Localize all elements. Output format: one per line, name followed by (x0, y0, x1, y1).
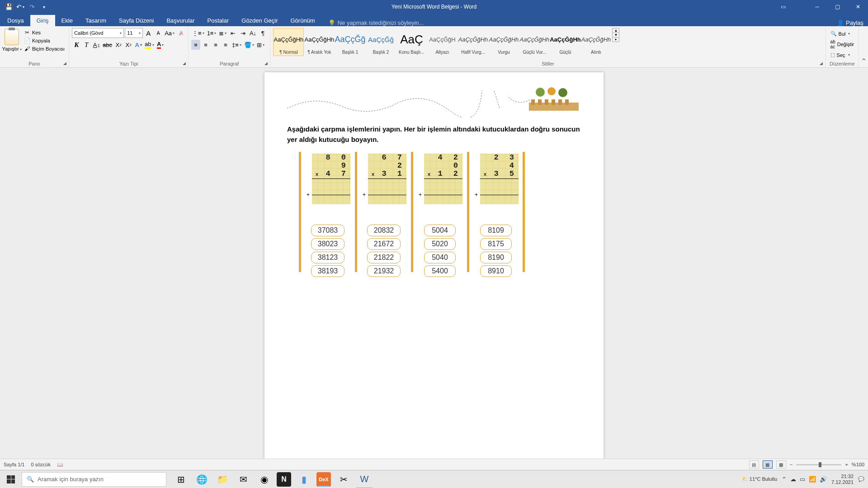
tray-expand-icon[interactable]: ⌃ (782, 476, 787, 483)
zoom-in-button[interactable]: + (845, 462, 848, 467)
tab-mailings[interactable]: Postalar (201, 15, 236, 26)
underline-button[interactable]: A▾ (92, 40, 101, 50)
replace-button[interactable]: abacDeğiştir (829, 38, 856, 50)
multilevel-button[interactable]: ≣▾ (218, 28, 227, 38)
start-button[interactable] (0, 470, 22, 488)
ribbon-display-icon[interactable]: ▭ (773, 0, 793, 14)
style-item[interactable]: AaÇçĞğHhGüçlü (550, 28, 580, 56)
align-center-button[interactable]: ≡ (201, 40, 210, 50)
tab-home[interactable]: Giriş (30, 15, 55, 26)
zoom-slider[interactable] (796, 464, 841, 465)
justify-button[interactable]: ≡ (221, 40, 230, 50)
tab-layout[interactable]: Sayfa Düzeni (113, 15, 160, 26)
select-button[interactable]: ⬚Seç▾ (829, 51, 852, 59)
battery-icon[interactable]: ▭ (800, 476, 805, 483)
page-indicator[interactable]: Sayfa 1/1 (4, 462, 24, 468)
tab-file[interactable]: Dosya (1, 15, 30, 26)
redo-icon[interactable]: ↷ (28, 3, 36, 11)
align-right-button[interactable]: ≡ (211, 40, 220, 50)
clear-format-button[interactable]: A̷ (176, 28, 185, 38)
volume-icon[interactable]: 🔊 (820, 476, 827, 483)
style-item[interactable]: AaÇKonu Başlı... (396, 28, 427, 56)
chrome-icon[interactable]: ◉ (254, 470, 274, 488)
undo-icon[interactable]: ↶▾ (16, 3, 24, 11)
sort-button[interactable]: A↓ (248, 28, 257, 38)
notifications-icon[interactable]: 💬 (858, 476, 864, 482)
style-item[interactable]: AaÇçĞğHhVurgu (488, 28, 519, 56)
style-item[interactable]: AaÇçĞğHhGüçlü Vur... (519, 28, 550, 56)
taskbar-search[interactable]: 🔍 Aramak için buraya yazın (22, 472, 166, 487)
grow-font-button[interactable]: A (144, 28, 153, 38)
tab-references[interactable]: Başvurular (160, 15, 201, 26)
align-left-button[interactable]: ≡ (191, 40, 200, 50)
style-item[interactable]: AaÇçĞğHh¶ Aralık Yok (304, 28, 335, 56)
bullets-button[interactable]: ⋮≡▾ (191, 28, 205, 38)
paste-button[interactable]: Yapıştır▾ (3, 28, 21, 52)
close-button[interactable]: ✕ (848, 0, 868, 14)
paragraph-launcher-icon[interactable]: ◢ (263, 60, 269, 66)
bold-button[interactable]: K (72, 40, 81, 50)
font-size-combo[interactable]: 11▾ (125, 28, 143, 38)
styles-launcher-icon[interactable]: ◢ (818, 60, 825, 66)
gallery-more-icon[interactable]: ▾ (613, 38, 619, 42)
explorer-icon[interactable]: 📁 (212, 470, 232, 488)
gallery-down-icon[interactable]: ▼ (613, 33, 619, 38)
borders-button[interactable]: ⊞▾ (256, 40, 265, 50)
find-button[interactable]: 🔍Bul▾ (829, 30, 852, 38)
style-item[interactable]: AaÇçĞğHAltyazı (427, 28, 458, 56)
wifi-icon[interactable]: 📶 (809, 476, 816, 483)
style-item[interactable]: AaÇçĞğBaşlık 2 (365, 28, 396, 56)
tab-view[interactable]: Görünüm (284, 15, 321, 26)
web-layout-button[interactable]: ▩ (776, 460, 786, 469)
cut-button[interactable]: ✂Kes (23, 29, 66, 36)
document-area[interactable]: Aşağıdaki çarpma işlemlerini yapın. Her … (0, 68, 868, 459)
read-mode-button[interactable]: ▤ (749, 460, 759, 469)
shading-button[interactable]: 🪣▾ (243, 40, 255, 50)
spellcheck-icon[interactable]: 📖 (57, 462, 63, 468)
increase-indent-button[interactable]: ⇥ (238, 28, 247, 38)
font-name-combo[interactable]: Calibri (Gövd▾ (72, 28, 124, 38)
styles-gallery[interactable]: AaÇçĞğHh¶ NormalAaÇçĞğHh¶ Aralık YokAaÇç… (273, 28, 611, 59)
dex-icon[interactable]: DeX (316, 472, 331, 487)
notion-icon[interactable]: N (277, 472, 291, 487)
qat-customize-icon[interactable]: ▾ (40, 3, 48, 11)
superscript-button[interactable]: X2 (124, 40, 133, 50)
gallery-scroll[interactable]: ▲ ▼ ▾ (612, 28, 619, 42)
word-icon[interactable]: W (354, 470, 374, 488)
text-effects-button[interactable]: A▾ (134, 40, 143, 50)
shrink-font-button[interactable]: A (154, 28, 163, 38)
collapse-ribbon-icon[interactable]: ⌃ (859, 26, 868, 67)
edge-icon[interactable]: 🌐 (192, 470, 212, 488)
change-case-button[interactable]: Aa▾ (164, 28, 175, 38)
format-painter-button[interactable]: 🖌Biçim Boyacısı (23, 45, 66, 52)
maximize-button[interactable]: ▢ (827, 0, 848, 14)
italic-button[interactable]: T (82, 40, 91, 50)
mail-icon[interactable]: ✉ (233, 470, 253, 488)
tell-me-search[interactable]: 💡Ne yapmak istediğinizi söyleyin... (328, 19, 424, 26)
tab-design[interactable]: Tasarım (79, 15, 113, 26)
line-spacing-button[interactable]: ‡≡▾ (231, 40, 242, 50)
word-count[interactable]: 0 sözcük (31, 462, 50, 468)
strikethrough-button[interactable]: abc (102, 40, 113, 50)
onedrive-icon[interactable]: ☁ (790, 476, 796, 483)
style-item[interactable]: AaÇçĞğHh¶ Normal (273, 28, 304, 56)
save-icon[interactable]: 💾 (5, 3, 13, 11)
zoom-level[interactable]: %100 (852, 462, 864, 467)
share-button[interactable]: 👤Paylaş (837, 19, 863, 26)
decrease-indent-button[interactable]: ⇤ (228, 28, 237, 38)
snip-icon[interactable]: ✂ (334, 470, 354, 488)
weather-widget[interactable]: ⛅ 11°C Bulutlu (742, 476, 777, 482)
task-view-icon[interactable]: ⊞ (171, 470, 191, 488)
style-item[interactable]: AaÇçĞğHhAlıntı (580, 28, 611, 56)
copy-button[interactable]: 📄Kopyala (23, 37, 66, 44)
tab-insert[interactable]: Ekle (55, 15, 79, 26)
subscript-button[interactable]: X2 (114, 40, 123, 50)
clipboard-launcher-icon[interactable]: ◢ (61, 60, 68, 66)
app-icon[interactable]: ▮ (294, 470, 314, 488)
style-item[interactable]: AaÇçĞğBaşlık 1 (335, 28, 365, 56)
zoom-out-button[interactable]: − (790, 462, 793, 467)
style-item[interactable]: AaÇçĞğHhHafif Vurg... (458, 28, 488, 56)
highlight-button[interactable]: ab▾ (144, 40, 155, 50)
numbering-button[interactable]: 1≡▾ (206, 28, 217, 38)
font-color-button[interactable]: A▾ (156, 40, 165, 50)
